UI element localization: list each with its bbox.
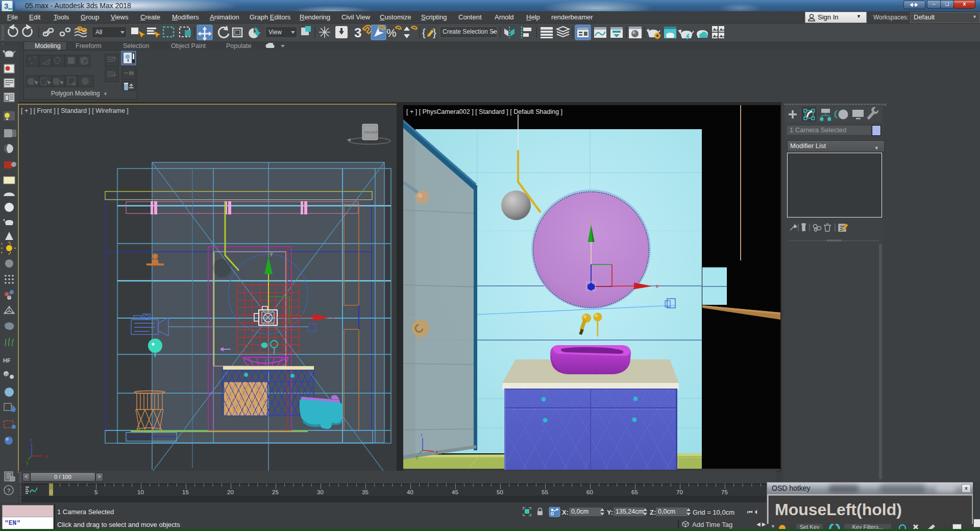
svg-text:O: O <box>5 372 8 377</box>
svg-text:55: 55 <box>542 489 548 495</box>
svg-text:5: 5 <box>94 489 97 495</box>
svg-text:Create Selection Se: Create Selection Se <box>443 28 497 35</box>
svg-text:}: } <box>433 27 436 38</box>
svg-text:y: y <box>270 251 273 256</box>
svg-text:45: 45 <box>452 489 458 495</box>
svg-text:x: x <box>45 454 48 459</box>
svg-text:50: 50 <box>497 489 503 495</box>
svg-text:z: z <box>30 438 32 443</box>
svg-text:All: All <box>95 29 102 36</box>
svg-text:20: 20 <box>227 489 234 495</box>
svg-text:40: 40 <box>407 489 413 495</box>
svg-text:FRONT: FRONT <box>364 130 378 135</box>
svg-text:3: 3 <box>354 25 361 40</box>
svg-text:0: 0 <box>50 489 53 495</box>
svg-text:35: 35 <box>362 489 369 495</box>
svg-text:%: % <box>386 27 397 39</box>
svg-text:x: x <box>656 283 658 289</box>
svg-text:70: 70 <box>676 489 683 495</box>
svg-text:y: y <box>26 460 29 465</box>
svg-text:60: 60 <box>586 489 593 495</box>
svg-text:x: x <box>332 315 334 321</box>
svg-text:y: y <box>416 454 419 460</box>
svg-text:[ + ] [ Front ] [ Standard ] [: [ + ] [ Front ] [ Standard ] [ Wireframe… <box>21 107 129 114</box>
svg-text:?: ? <box>7 488 10 494</box>
svg-text:15: 15 <box>182 489 189 495</box>
svg-text:65: 65 <box>631 489 638 495</box>
svg-text:75: 75 <box>721 489 728 495</box>
svg-text:10: 10 <box>137 489 144 495</box>
svg-text:x: x <box>436 449 438 454</box>
svg-text:[ + ] [ PhysCamera002 ] [ Stan: [ + ] [ PhysCamera002 ] [ Standard ] [ D… <box>406 108 562 115</box>
svg-text:30: 30 <box>317 489 324 495</box>
svg-text:y: y <box>589 217 592 223</box>
svg-text:25: 25 <box>272 489 279 495</box>
svg-text:View: View <box>268 29 282 36</box>
svg-text:HF: HF <box>3 357 11 364</box>
svg-text:z: z <box>421 432 423 438</box>
svg-text:{: { <box>422 27 426 38</box>
